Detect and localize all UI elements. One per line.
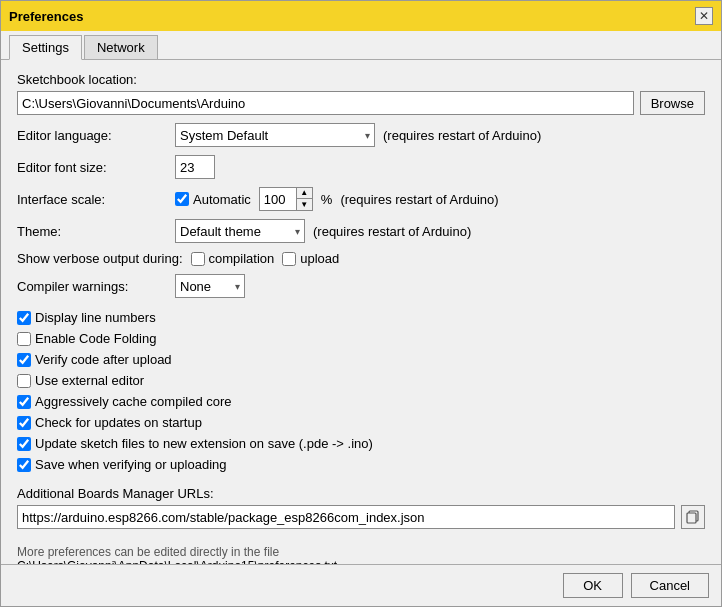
editor-language-dropdown[interactable]: System Default ▾ bbox=[175, 123, 375, 147]
editor-language-label: Editor language: bbox=[17, 128, 167, 143]
title-bar: Preferences ✕ bbox=[1, 1, 721, 31]
ok-button[interactable]: OK bbox=[563, 573, 623, 598]
chevron-down-icon: ▾ bbox=[295, 226, 300, 237]
sketchbook-label: Sketchbook location: bbox=[17, 72, 167, 87]
checkbox-label-code_folding[interactable]: Enable Code Folding bbox=[17, 331, 705, 346]
copy-button[interactable] bbox=[681, 505, 705, 529]
checkbox-external_editor[interactable] bbox=[17, 374, 31, 388]
theme-hint: (requires restart of Arduino) bbox=[313, 224, 471, 239]
verbose-upload-label[interactable]: upload bbox=[282, 251, 339, 266]
scale-spinner[interactable]: ▲ ▼ bbox=[259, 187, 313, 211]
checkbox-label-save_verifying[interactable]: Save when verifying or uploading bbox=[17, 457, 705, 472]
scale-input[interactable] bbox=[260, 188, 296, 210]
percent-label: % bbox=[321, 192, 333, 207]
checkbox-label-external_editor[interactable]: Use external editor bbox=[17, 373, 705, 388]
verbose-compilation-checkbox[interactable] bbox=[191, 252, 205, 266]
verbose-label: Show verbose output during: bbox=[17, 251, 183, 266]
browse-button[interactable]: Browse bbox=[640, 91, 705, 115]
automatic-checkbox-label[interactable]: Automatic bbox=[175, 192, 251, 207]
info-section: More preferences can be edited directly … bbox=[17, 545, 705, 564]
verbose-row: Show verbose output during: compilation … bbox=[17, 251, 705, 266]
boards-section: Additional Boards Manager URLs: bbox=[17, 486, 705, 529]
checkbox-save_verifying[interactable] bbox=[17, 458, 31, 472]
cancel-button[interactable]: Cancel bbox=[631, 573, 709, 598]
interface-scale-row: Interface scale: Automatic ▲ ▼ % (requir… bbox=[17, 187, 705, 211]
checkbox-display_line[interactable] bbox=[17, 311, 31, 325]
interface-scale-label: Interface scale: bbox=[17, 192, 167, 207]
boards-input-row bbox=[17, 505, 705, 529]
compiler-warnings-dropdown[interactable]: None ▾ bbox=[175, 274, 245, 298]
tab-settings[interactable]: Settings bbox=[9, 35, 82, 60]
info-line1: More preferences can be edited directly … bbox=[17, 545, 705, 559]
checkbox-label-display_line[interactable]: Display line numbers bbox=[17, 310, 705, 325]
chevron-down-icon: ▾ bbox=[365, 130, 370, 141]
copy-icon bbox=[686, 510, 700, 524]
checkbox-check_updates[interactable] bbox=[17, 416, 31, 430]
verbose-compilation-label[interactable]: compilation bbox=[191, 251, 275, 266]
checkbox-verify_upload[interactable] bbox=[17, 353, 31, 367]
boards-input[interactable] bbox=[17, 505, 675, 529]
footer: OK Cancel bbox=[1, 564, 721, 606]
tab-bar: Settings Network bbox=[1, 31, 721, 60]
compiler-warnings-label: Compiler warnings: bbox=[17, 279, 167, 294]
editor-font-input[interactable] bbox=[175, 155, 215, 179]
preferences-window: Preferences ✕ Settings Network Sketchboo… bbox=[0, 0, 722, 607]
checkbox-label-check_updates[interactable]: Check for updates on startup bbox=[17, 415, 705, 430]
checkbox-update_sketch[interactable] bbox=[17, 437, 31, 451]
automatic-checkbox[interactable] bbox=[175, 192, 189, 206]
theme-row: Theme: Default theme ▾ (requires restart… bbox=[17, 219, 705, 243]
checkbox-cache_compiled[interactable] bbox=[17, 395, 31, 409]
editor-font-row: Editor font size: bbox=[17, 155, 705, 179]
boards-label: Additional Boards Manager URLs: bbox=[17, 486, 705, 501]
sketchbook-input-row: Browse bbox=[17, 91, 705, 115]
scale-hint: (requires restart of Arduino) bbox=[340, 192, 498, 207]
svg-rect-1 bbox=[687, 513, 696, 523]
chevron-down-icon: ▾ bbox=[235, 281, 240, 292]
spinner-down-icon[interactable]: ▼ bbox=[296, 199, 312, 210]
sketchbook-row: Sketchbook location: Browse bbox=[17, 72, 705, 115]
theme-label: Theme: bbox=[17, 224, 167, 239]
checkbox-label-verify_upload[interactable]: Verify code after upload bbox=[17, 352, 705, 367]
checkbox-code_folding[interactable] bbox=[17, 332, 31, 346]
spinner-up-icon[interactable]: ▲ bbox=[296, 188, 312, 199]
verbose-upload-checkbox[interactable] bbox=[282, 252, 296, 266]
tab-network[interactable]: Network bbox=[84, 35, 158, 59]
editor-language-hint: (requires restart of Arduino) bbox=[383, 128, 541, 143]
close-button[interactable]: ✕ bbox=[695, 7, 713, 25]
checkbox-label-update_sketch[interactable]: Update sketch files to new extension on … bbox=[17, 436, 705, 451]
checkboxes-section: Display line numbersEnable Code FoldingV… bbox=[17, 310, 705, 472]
editor-language-row: Editor language: System Default ▾ (requi… bbox=[17, 123, 705, 147]
editor-font-label: Editor font size: bbox=[17, 160, 167, 175]
sketchbook-input[interactable] bbox=[17, 91, 634, 115]
checkbox-label-cache_compiled[interactable]: Aggressively cache compiled core bbox=[17, 394, 705, 409]
theme-dropdown[interactable]: Default theme ▾ bbox=[175, 219, 305, 243]
window-title: Preferences bbox=[9, 9, 83, 24]
settings-content: Sketchbook location: Browse Editor langu… bbox=[1, 60, 721, 564]
compiler-warnings-row: Compiler warnings: None ▾ bbox=[17, 274, 705, 298]
